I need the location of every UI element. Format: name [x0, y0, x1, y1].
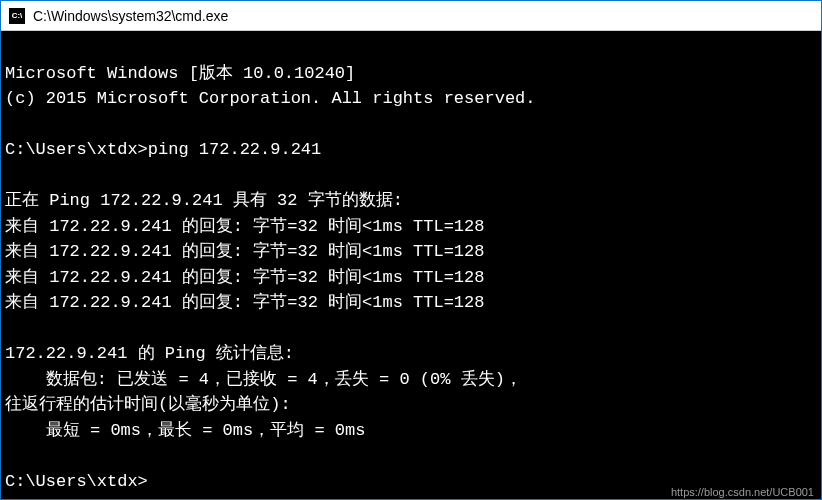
terminal-line: (c) 2015 Microsoft Corporation. All righ…: [5, 89, 536, 108]
terminal-line: 往返行程的估计时间(以毫秒为单位):: [5, 395, 291, 414]
terminal-line: 来自 172.22.9.241 的回复: 字节=32 时间<1ms TTL=12…: [5, 293, 484, 312]
terminal-line: 数据包: 已发送 = 4，已接收 = 4，丢失 = 0 (0% 丢失)，: [5, 370, 522, 389]
terminal-line: 最短 = 0ms，最长 = 0ms，平均 = 0ms: [5, 421, 365, 440]
terminal-output[interactable]: Microsoft Windows [版本 10.0.10240] (c) 20…: [1, 31, 821, 499]
terminal-line: Microsoft Windows [版本 10.0.10240]: [5, 64, 355, 83]
terminal-line: 来自 172.22.9.241 的回复: 字节=32 时间<1ms TTL=12…: [5, 217, 484, 236]
titlebar[interactable]: C:\ C:\Windows\system32\cmd.exe: [1, 1, 821, 31]
cmd-window: C:\ C:\Windows\system32\cmd.exe Microsof…: [0, 0, 822, 500]
terminal-prompt: C:\Users\xtdx>: [5, 472, 148, 491]
watermark: https://blog.csdn.net/UCB001: [671, 486, 814, 498]
window-title: C:\Windows\system32\cmd.exe: [33, 8, 228, 24]
terminal-line: 172.22.9.241 的 Ping 统计信息:: [5, 344, 294, 363]
terminal-line: 来自 172.22.9.241 的回复: 字节=32 时间<1ms TTL=12…: [5, 268, 484, 287]
terminal-line: C:\Users\xtdx>ping 172.22.9.241: [5, 140, 321, 159]
terminal-line: 正在 Ping 172.22.9.241 具有 32 字节的数据:: [5, 191, 403, 210]
cmd-icon: C:\: [9, 8, 25, 24]
terminal-line: 来自 172.22.9.241 的回复: 字节=32 时间<1ms TTL=12…: [5, 242, 484, 261]
